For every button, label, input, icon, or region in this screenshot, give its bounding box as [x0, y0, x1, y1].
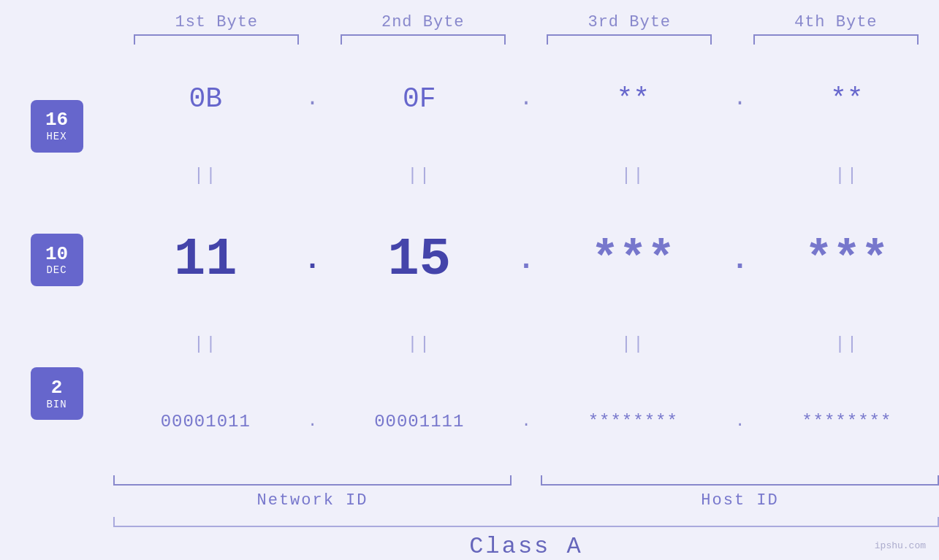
dec-cell-1: 11 — [113, 230, 298, 290]
dec-badge-label: DEC — [46, 264, 66, 276]
bin-cell-4: ******** — [755, 412, 940, 431]
dec-badge: 10 DEC — [31, 234, 83, 286]
bytes-grid: 0B . 0F . ** . ** — [113, 45, 939, 475]
hex-badge-num: 16 — [45, 110, 68, 131]
bin-value-1: 00001011 — [161, 412, 251, 431]
hex-dot-2: . — [512, 86, 541, 111]
dec-value-3: *** — [591, 234, 675, 286]
bin-badge: 2 BIN — [31, 367, 83, 420]
eq2-cell-2: || — [327, 334, 512, 354]
bin-cell-1: 00001011 — [113, 412, 298, 431]
hex-cell-4: ** — [755, 83, 940, 115]
class-label-row: Class A — [113, 533, 939, 560]
hex-dot-1: . — [298, 86, 327, 111]
equals-row-2: || || || || — [113, 331, 939, 357]
dec-dot-3: . — [726, 244, 755, 277]
bracket-cell-1 — [113, 34, 320, 45]
eq2-cell-3: || — [541, 334, 726, 354]
dec-cell-4: *** — [755, 234, 940, 286]
bracket-cell-4 — [733, 34, 940, 45]
hex-cell-2: 0F — [327, 83, 512, 115]
bin-dot-3: . — [726, 413, 755, 431]
dec-badge-num: 10 — [45, 244, 68, 265]
bin-cell-3: ******** — [541, 412, 726, 431]
eq2-cell-1: || — [113, 334, 298, 354]
network-id-bracket — [113, 475, 512, 486]
hex-cell-1: 0B — [113, 83, 298, 115]
bin-value-4: ******** — [802, 412, 892, 431]
bottom-section: Network ID Host ID — [0, 475, 939, 510]
top-bracket-3 — [547, 34, 712, 45]
byte-header-1: 1st Byte — [113, 13, 320, 31]
top-bracket-4 — [753, 34, 919, 45]
hex-value-4: ** — [830, 83, 864, 115]
hex-cell-3: ** — [541, 83, 726, 115]
bin-value-3: ******** — [588, 412, 678, 431]
content-area: 16 HEX 10 DEC 2 BIN 0B . — [0, 45, 939, 475]
watermark: ipshu.com — [875, 540, 926, 551]
bin-badge-label: BIN — [46, 399, 66, 410]
bottom-labels-row: Network ID Host ID — [113, 491, 939, 510]
class-section: Class A — [0, 517, 939, 560]
bottom-brackets-row — [113, 475, 939, 486]
byte-header-2: 2nd Byte — [320, 13, 527, 31]
bracket-cell-3 — [526, 34, 733, 45]
network-id-label: Network ID — [113, 491, 512, 510]
class-bracket — [113, 517, 939, 527]
host-id-bracket — [541, 475, 939, 486]
main-container: 1st Byte 2nd Byte 3rd Byte 4th Byte 16 H… — [0, 0, 939, 560]
eq-cell-4: || — [755, 166, 940, 185]
byte-header-4: 4th Byte — [733, 13, 940, 31]
bin-dot-2: . — [512, 413, 541, 431]
dec-dot-2: . — [512, 244, 541, 277]
eq-cell-2: || — [327, 166, 512, 185]
bin-badge-num: 2 — [51, 377, 63, 399]
dec-value-2: 15 — [388, 230, 451, 290]
bin-value-2: 00001111 — [374, 412, 464, 431]
bin-cell-2: 00001111 — [327, 412, 512, 431]
bin-dot-1: . — [298, 413, 327, 431]
top-bracket-1 — [134, 34, 299, 45]
class-label: Class A — [469, 533, 582, 560]
host-id-label: Host ID — [541, 491, 939, 510]
eq2-cell-4: || — [755, 334, 940, 354]
eq-cell-3: || — [541, 166, 726, 185]
dec-value-4: *** — [805, 234, 889, 286]
eq-cell-1: || — [113, 166, 298, 185]
dec-data-row: 11 . 15 . *** . *** — [113, 223, 939, 296]
hex-value-2: 0F — [403, 83, 436, 115]
hex-badge: 16 HEX — [31, 100, 83, 153]
dec-dot-1: . — [298, 244, 327, 277]
top-bracket-2 — [341, 34, 506, 45]
hex-badge-label: HEX — [46, 131, 66, 142]
hex-dot-3: . — [726, 86, 755, 111]
equals-row-1: || || || || — [113, 163, 939, 188]
hex-value-3: ** — [616, 83, 650, 115]
hex-data-row: 0B . 0F . ** . ** — [113, 69, 939, 128]
dec-value-1: 11 — [174, 230, 237, 290]
dec-cell-2: 15 — [327, 230, 512, 290]
bin-data-row: 00001011 . 00001111 . ******** . — [113, 392, 939, 450]
byte-headers-row: 1st Byte 2nd Byte 3rd Byte 4th Byte — [0, 13, 939, 31]
hex-value-1: 0B — [189, 83, 222, 115]
byte-header-3: 3rd Byte — [526, 13, 733, 31]
top-brackets — [0, 34, 939, 45]
bracket-cell-2 — [320, 34, 527, 45]
dec-cell-3: *** — [541, 234, 726, 286]
badges-column: 16 HEX 10 DEC 2 BIN — [0, 45, 113, 475]
